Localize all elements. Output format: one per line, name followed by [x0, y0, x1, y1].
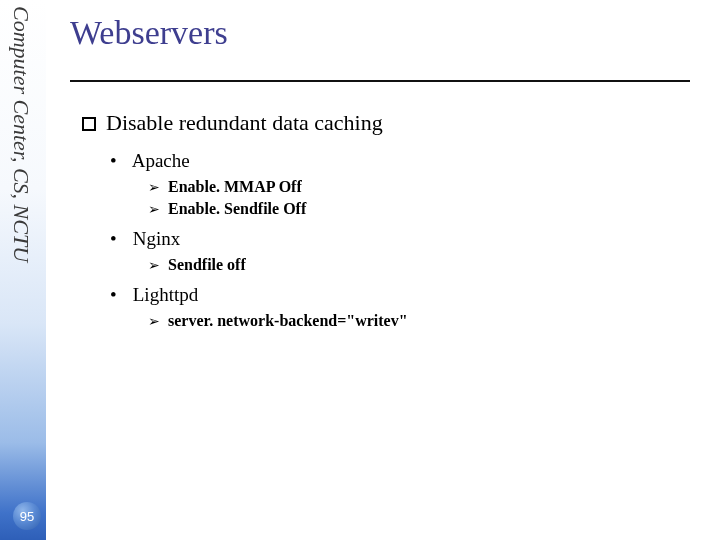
page-number-badge: 95	[13, 502, 41, 530]
sub-item: Sendfile off	[168, 256, 700, 274]
sub-item: server. network-backend="writev"	[168, 312, 700, 330]
item-name: Nginx	[133, 228, 181, 249]
sub-list: server. network-backend="writev"	[168, 312, 700, 330]
item-name: Lighttpd	[133, 284, 198, 305]
list-item: Lighttpd server. network-backend="writev…	[128, 284, 700, 330]
sub-item: Enable. MMAP Off	[168, 178, 700, 196]
slide-content: Webservers Disable redundant data cachin…	[70, 14, 700, 340]
slide-title: Webservers	[70, 14, 700, 52]
sub-list: Enable. MMAP Off Enable. Sendfile Off	[168, 178, 700, 218]
title-rule	[70, 80, 690, 82]
checkbox-bullet-icon	[82, 117, 96, 131]
sidebar-label: Computer Center, CS, NCTU	[8, 6, 34, 262]
sub-list: Sendfile off	[168, 256, 700, 274]
section-heading-text: Disable redundant data caching	[106, 110, 383, 135]
sub-item: Enable. Sendfile Off	[168, 200, 700, 218]
list-item: Apache Enable. MMAP Off Enable. Sendfile…	[128, 150, 700, 218]
item-name: Apache	[132, 150, 190, 171]
section-heading: Disable redundant data caching	[82, 110, 700, 136]
sidebar: Computer Center, CS, NCTU 95	[0, 0, 46, 540]
item-list: Apache Enable. MMAP Off Enable. Sendfile…	[128, 150, 700, 330]
list-item: Nginx Sendfile off	[128, 228, 700, 274]
